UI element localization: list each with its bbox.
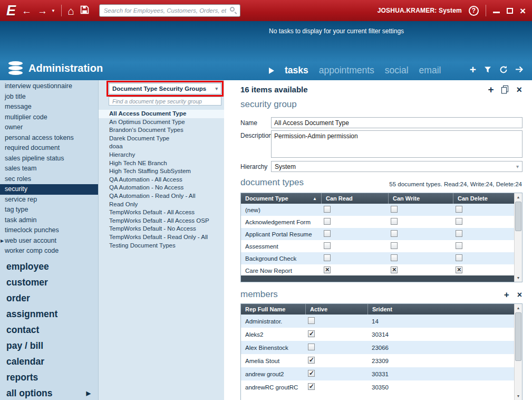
find-group-input[interactable] [109, 97, 221, 106]
list-item-qa-automation-all-access[interactable]: QA Automation - All Access [99, 176, 224, 184]
sidebar-item-calendar[interactable]: calendar [0, 354, 98, 369]
column-can-read[interactable]: Can Read [321, 193, 388, 204]
list-item-testing-document-types[interactable]: Testing Document Types [99, 242, 224, 250]
close-group-button[interactable]: × [516, 85, 522, 94]
list-item-high-tech-staffing-subsystem[interactable]: High Tech Staffing SubSystem [99, 167, 224, 176]
home-icon[interactable]: ⌂ [67, 5, 74, 16]
hierarchy-dropdown[interactable]: System ▾ [271, 161, 523, 172]
checkbox-can-read[interactable] [324, 230, 331, 237]
column-srident[interactable]: Srident [367, 304, 515, 315]
sidebar-item-sales-pipeline-status[interactable]: sales pipeline status [0, 154, 98, 164]
checkbox-can-write[interactable] [391, 266, 398, 273]
list-item-darek-document-type[interactable]: Darek Document Type [99, 135, 224, 143]
table-row[interactable]: Alex Binenstock23066 [241, 341, 515, 354]
list-item-hierarchy[interactable]: Hierarchy [99, 151, 224, 159]
scroll-down-icon[interactable]: ▼ [515, 274, 522, 282]
checkbox-can-read[interactable] [324, 266, 331, 273]
column-rep-full-name[interactable]: Rep Full Name [241, 304, 305, 315]
table-row[interactable]: (new) [241, 204, 515, 216]
search-icon[interactable] [230, 7, 235, 12]
checkbox-can-delete[interactable] [456, 242, 462, 249]
go-arrow-icon[interactable] [516, 66, 525, 73]
checkbox-can-delete[interactable] [456, 230, 462, 237]
checkbox-active[interactable] [308, 357, 315, 364]
table-row[interactable]: Administrator.14 [241, 315, 515, 328]
sidebar-item-interview-questionnaire[interactable]: interview questionnaire [0, 81, 98, 92]
column-can-write[interactable]: Can Write [388, 193, 453, 204]
app-logo[interactable]: E [6, 3, 16, 19]
checkbox-can-read[interactable] [324, 206, 331, 213]
add-task-icon[interactable]: + [470, 64, 476, 75]
scroll-thumb[interactable] [515, 312, 521, 361]
checkbox-can-read[interactable] [324, 218, 331, 225]
sidebar-item-worker-comp-code[interactable]: worker comp code [0, 246, 98, 256]
sidebar-item-job-title[interactable]: job title [0, 92, 98, 102]
add-group-button[interactable]: + [488, 84, 494, 94]
checkbox-can-write[interactable] [391, 242, 398, 249]
table-row[interactable]: Aleks230314 [241, 328, 515, 341]
list-item-doaa[interactable]: doaa [99, 142, 224, 151]
name-input[interactable] [271, 117, 523, 128]
sidebar-item-required-document[interactable]: required document [0, 143, 98, 154]
sidebar-item-message[interactable]: message [0, 102, 98, 112]
sidebar-item-all-options[interactable]: all options▶ [0, 385, 98, 400]
remove-member-button[interactable]: × [517, 291, 522, 299]
sidebar-item-reports[interactable]: reports [0, 369, 98, 385]
column-active[interactable]: Active [305, 304, 367, 315]
checkbox-can-write[interactable] [391, 218, 398, 225]
scroll-thumb[interactable] [515, 202, 521, 231]
table-row[interactable]: Assessment [241, 240, 515, 252]
refresh-icon[interactable] [499, 65, 508, 74]
sidebar-item-sec-roles[interactable]: sec roles [0, 174, 98, 185]
list-item-qa-automation-no-access[interactable]: QA Automation - No Access [99, 184, 224, 192]
table-row[interactable]: Amelia Stout23309 [241, 354, 515, 367]
checkbox-can-delete[interactable] [456, 266, 462, 273]
column-can-delete[interactable]: Can Delete [453, 193, 515, 204]
list-item-brandon-s-document-types[interactable]: Brandon's Document Types [99, 126, 224, 135]
close-button[interactable]: × [520, 6, 526, 16]
global-search-input[interactable] [99, 4, 240, 17]
checkbox-active[interactable] [308, 330, 315, 337]
sidebar-item-customer[interactable]: customer [0, 274, 98, 290]
checkbox-active[interactable] [308, 383, 315, 390]
checkbox-can-read[interactable] [324, 242, 331, 249]
tab-email[interactable]: email [419, 65, 441, 76]
copy-icon[interactable] [501, 85, 508, 94]
checkbox-can-delete[interactable] [456, 218, 462, 225]
sidebar-item-timeclock-punches[interactable]: timeclock punches [0, 225, 98, 236]
list-item-an-optimus-document-type[interactable]: An Optimus Document Type [99, 118, 224, 127]
column-document-type[interactable]: Document Type ▲ [241, 193, 321, 204]
sidebar-item-sales-team[interactable]: sales team [0, 164, 98, 174]
list-item-tempworks-default-all-access-osp[interactable]: TempWorks Default - All Access OSP [99, 217, 224, 225]
checkbox-active[interactable] [308, 317, 315, 324]
checkbox-can-write[interactable] [391, 254, 398, 261]
scroll-up-icon[interactable]: ▲ [515, 193, 522, 201]
sidebar-item-pay-bill[interactable]: pay / bill [0, 338, 98, 354]
table-row[interactable]: Care Now Report [241, 264, 515, 277]
sidebar-item-personal-access-tokens[interactable]: personal access tokens [0, 133, 98, 144]
sidebar-item-assignment[interactable]: assignment [0, 306, 98, 322]
help-icon[interactable]: ? [469, 6, 479, 16]
sidebar-item-order[interactable]: order [0, 290, 98, 306]
sidebar-item-tag-type[interactable]: tag type [0, 205, 98, 215]
members-scrollbar[interactable]: ▲ ▼ [514, 304, 522, 400]
maximize-button[interactable] [507, 8, 513, 14]
checkbox-can-read[interactable] [324, 254, 331, 261]
checkbox-can-delete[interactable] [456, 206, 462, 213]
security-group-type-dropdown[interactable]: Document Type Security Groups ▾ [109, 83, 221, 94]
table-row[interactable]: andrewRC groutRC30350 [241, 380, 515, 394]
sidebar-item-web-user-account[interactable]: ▶web user account [0, 236, 98, 246]
checkbox-active[interactable] [308, 344, 315, 350]
filter-icon[interactable] [484, 66, 491, 73]
list-item-tempworks-default-all-access[interactable]: TempWorks Default - All Access [99, 208, 224, 217]
scroll-down-icon[interactable]: ▼ [515, 392, 522, 400]
back-button[interactable]: ← [22, 6, 32, 16]
table-row[interactable]: Background Check [241, 252, 515, 264]
sidebar-item-security[interactable]: security [0, 184, 98, 195]
checkbox-can-write[interactable] [391, 206, 398, 213]
list-item-all-access-document-type[interactable]: All Access Document Type [99, 110, 224, 118]
document-types-scrollbar[interactable]: ▲ ▼ [514, 193, 522, 282]
save-icon[interactable] [80, 5, 89, 16]
history-dropdown-icon[interactable]: ▼ [51, 8, 55, 13]
tab-appointments[interactable]: appointments [319, 65, 374, 76]
